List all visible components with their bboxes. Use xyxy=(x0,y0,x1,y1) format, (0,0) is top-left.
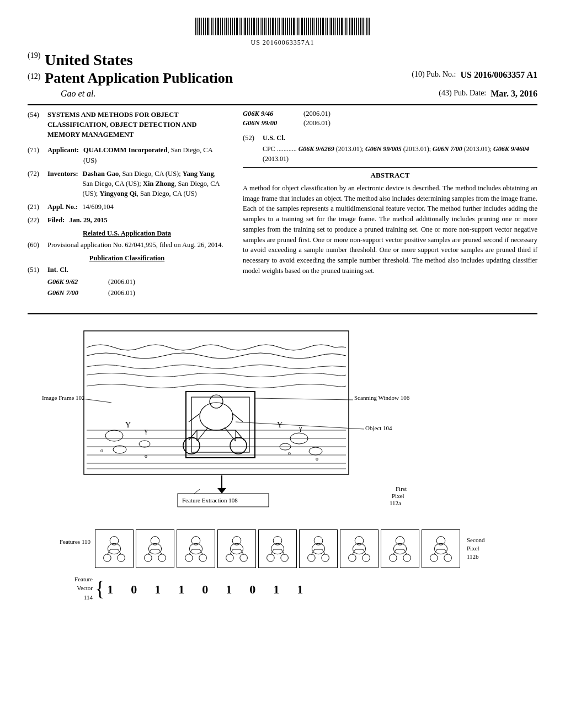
inventors-num: (72) xyxy=(28,169,43,199)
svg-rect-43 xyxy=(282,18,284,35)
applicant-num: (71) xyxy=(28,145,43,165)
svg-rect-15 xyxy=(224,18,225,35)
svg-rect-13 xyxy=(220,18,221,35)
patent-label: (12) xyxy=(28,70,40,81)
inventors-label: Inventors: xyxy=(47,169,78,199)
svg-rect-1 xyxy=(195,18,196,35)
filed-label: Filed: xyxy=(47,215,65,225)
image-frame-label: Image Frame 102 xyxy=(42,394,85,401)
applicant-content: QUALCOMM Incorporated, San Diego, CA (US… xyxy=(83,145,226,165)
svg-rect-27 xyxy=(249,18,250,35)
svg-rect-24 xyxy=(243,18,243,35)
svg-line-89 xyxy=(233,414,243,422)
abstract-text: A method for object classification by an… xyxy=(243,183,537,276)
open-brace: { xyxy=(95,578,105,599)
svg-rect-38 xyxy=(272,18,274,35)
svg-rect-40 xyxy=(277,18,278,35)
feature-values: 1 0 1 1 0 1 0 1 1 xyxy=(107,580,303,597)
svg-rect-146 xyxy=(300,530,337,568)
feature-thumb-5 xyxy=(258,529,297,568)
svg-rect-6 xyxy=(205,18,206,35)
feature-thumb-7 xyxy=(340,529,379,568)
title-row: (54) SYSTEMS AND METHODS FOR OBJECT CLAS… xyxy=(28,110,226,140)
related-app-header: Related U.S. Application Data xyxy=(28,229,226,238)
svg-text:γ: γ xyxy=(144,427,148,435)
svg-line-112 xyxy=(83,399,111,403)
svg-rect-32 xyxy=(260,18,260,35)
left-column: (54) SYSTEMS AND METHODS FOR OBJECT CLAS… xyxy=(28,110,226,302)
header-section: (19) United States (12) Patent Applicati… xyxy=(28,51,537,99)
right-column: G06K 9/46 (2006.01) G06N 99/00 (2006.01)… xyxy=(243,110,537,302)
svg-text:Y: Y xyxy=(277,421,282,429)
svg-point-100 xyxy=(309,447,322,455)
provisional-row: (60) Provisional application No. 62/041,… xyxy=(28,240,226,250)
int-cl-num: (51) xyxy=(28,265,43,298)
svg-line-118 xyxy=(194,489,200,494)
features-label: Features 110 xyxy=(40,529,95,546)
right-codes: G06K 9/46 (2006.01) G06N 99/00 (2006.01) xyxy=(243,110,537,127)
provisional-num: (60) xyxy=(28,240,43,250)
svg-rect-74 xyxy=(348,18,348,35)
title-content: SYSTEMS AND METHODS FOR OBJECT CLASSIFIC… xyxy=(47,110,226,140)
pub-no-value: US 2016/0063357 A1 xyxy=(460,70,537,80)
main-divider xyxy=(28,104,537,105)
svg-rect-4 xyxy=(201,18,202,35)
svg-rect-52 xyxy=(301,18,303,35)
us-cl-row: (52) U.S. Cl. CPC ............ G06K 9/62… xyxy=(243,133,537,164)
svg-rect-5 xyxy=(203,18,204,35)
svg-rect-36 xyxy=(268,18,269,35)
svg-rect-81 xyxy=(363,18,364,35)
int-cl-code-1: G06K 9/62 (2006.01) xyxy=(47,277,226,287)
svg-text:o: o xyxy=(145,453,147,459)
svg-rect-136 xyxy=(218,530,255,568)
svg-line-88 xyxy=(189,414,200,422)
svg-line-91 xyxy=(225,427,236,441)
svg-rect-156 xyxy=(381,530,419,568)
inventors-row: (72) Inventors: Dashan Gao, San Diego, C… xyxy=(28,169,226,199)
svg-rect-53 xyxy=(304,18,305,35)
title-section: (54) SYSTEMS AND METHODS FOR OBJECT CLAS… xyxy=(28,110,226,140)
svg-rect-71 xyxy=(341,18,343,35)
svg-rect-33 xyxy=(262,18,263,35)
svg-rect-110 xyxy=(186,392,255,458)
svg-rect-44 xyxy=(285,18,286,35)
filed-num: (22) xyxy=(28,215,43,225)
svg-rect-54 xyxy=(306,18,307,35)
svg-rect-29 xyxy=(253,18,255,35)
feature-thumb-8 xyxy=(381,529,419,568)
patent-title: Patent Application Publication xyxy=(45,70,361,87)
svg-rect-47 xyxy=(291,18,292,35)
svg-rect-62 xyxy=(322,18,324,35)
svg-point-93 xyxy=(230,437,247,454)
svg-rect-28 xyxy=(251,18,252,35)
svg-rect-21 xyxy=(236,18,238,35)
page: /* barcode rendered below */ xyxy=(0,0,565,728)
svg-rect-22 xyxy=(239,18,239,35)
svg-rect-66 xyxy=(331,18,332,35)
first-pixel-label: First xyxy=(396,485,407,492)
feature-thumb-9 xyxy=(422,529,460,568)
svg-rect-83 xyxy=(366,18,367,35)
appl-value: 14/609,104 xyxy=(82,202,226,212)
svg-rect-161 xyxy=(422,530,460,568)
svg-marker-116 xyxy=(217,488,226,494)
pub-class-header: Publication Classification xyxy=(28,254,226,263)
svg-rect-3 xyxy=(199,18,200,35)
svg-rect-35 xyxy=(266,18,267,35)
right-code-1: G06K 9/46 (2006.01) xyxy=(243,110,537,118)
inventor-name: Gao et al. xyxy=(28,89,96,99)
svg-rect-42 xyxy=(281,18,281,35)
svg-rect-37 xyxy=(270,18,271,35)
svg-rect-151 xyxy=(340,530,378,568)
svg-rect-72 xyxy=(344,18,344,35)
svg-rect-2 xyxy=(197,18,198,35)
us-cl-num: (52) xyxy=(243,133,258,164)
feature-extraction-label: Feature Extraction 108 xyxy=(182,497,238,504)
svg-text:o: o xyxy=(316,456,318,462)
int-cl-label: Int. Cl. xyxy=(47,265,226,275)
appl-label: Appl. No.: xyxy=(47,202,78,212)
svg-point-96 xyxy=(105,430,123,441)
svg-rect-67 xyxy=(333,18,334,35)
svg-rect-9 xyxy=(211,18,212,35)
svg-rect-17 xyxy=(228,18,229,35)
